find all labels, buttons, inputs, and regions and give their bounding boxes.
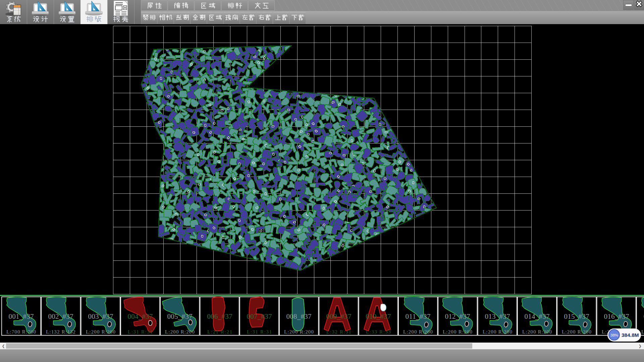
svg-text:008_#37: 008_#37: [286, 312, 312, 320]
svg-text:L:200 R:200: L:200 R:200: [86, 329, 115, 335]
svg-text:011_#37: 011_#37: [406, 312, 431, 320]
svg-text:L:200 R:200: L:200 R:200: [443, 329, 472, 335]
svg-text:L:33 R:33: L:33 R:33: [366, 329, 391, 335]
svg-text:016_#37: 016_#37: [604, 312, 629, 320]
svg-text:010_#37: 010_#37: [366, 312, 391, 320]
svg-text:L:21 R:21: L:21 R:21: [207, 329, 232, 335]
svg-text:004_#37: 004_#37: [128, 312, 153, 320]
svg-text:014_#37: 014_#37: [525, 312, 550, 320]
svg-text:L:31 R:31: L:31 R:31: [128, 329, 153, 335]
svg-text:L:700 R:700: L:700 R:700: [6, 329, 36, 335]
svg-text:L:31 R:31: L:31 R:31: [247, 329, 272, 335]
svg-text:013_#37: 013_#37: [485, 312, 510, 320]
svg-text:L:200 R:200: L:200 R:200: [284, 329, 314, 335]
svg-text:002_#37: 002_#37: [48, 312, 73, 320]
svg-text:L:200 R:200: L:200 R:200: [522, 329, 552, 335]
svg-text:009_#37: 009_#37: [326, 312, 352, 320]
svg-text:L:132 R:132: L:132 R:132: [46, 329, 75, 335]
svg-text:015_#37: 015_#37: [564, 312, 589, 320]
svg-text:012_#37: 012_#37: [445, 312, 470, 320]
svg-text:006_#37: 006_#37: [207, 312, 232, 320]
svg-text:007_#37: 007_#37: [247, 312, 272, 320]
svg-text:L:200 R:200: L:200 R:200: [641, 329, 644, 335]
svg-text:001_#37: 001_#37: [9, 312, 34, 320]
svg-text:L:200 R:200: L:200 R:200: [165, 329, 195, 335]
svg-text:L:32 R:31: L:32 R:31: [326, 329, 351, 335]
svg-text:005_#37: 005_#37: [167, 312, 193, 320]
svg-text:L:200 R:200: L:200 R:200: [483, 329, 512, 335]
svg-text:L:200 R:200: L:200 R:200: [562, 329, 591, 335]
svg-text:L:200 R:200: L:200 R:200: [403, 329, 433, 335]
svg-text:003_#37: 003_#37: [88, 312, 113, 320]
